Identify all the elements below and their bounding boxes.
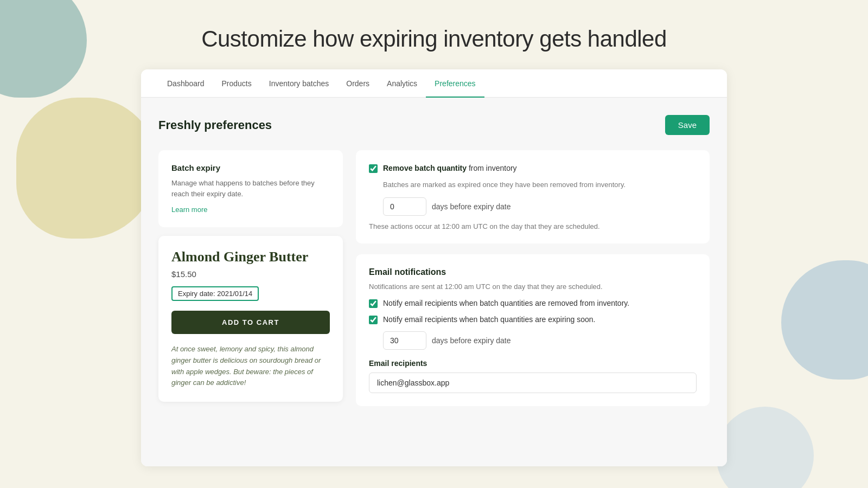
right-column: Remove batch quantity from inventory Bat… [356, 150, 710, 417]
save-button[interactable]: Save [665, 115, 710, 135]
remove-batch-days-label: days before expiry date [432, 202, 511, 211]
email-notifications-schedule-note: Notifications are sent at 12:00 am UTC o… [369, 282, 697, 291]
notify-expiring-days-label: days before expiry date [432, 336, 511, 345]
notify-expiring-checkbox-row: Notify email recipients when batch quant… [369, 314, 697, 325]
batch-expiry-info: Batch expiry Manage what happens to batc… [158, 150, 343, 227]
remove-batch-label-rest: from inventory [467, 164, 517, 172]
learn-more-link[interactable]: Learn more [171, 206, 207, 214]
remove-batch-card: Remove batch quantity from inventory Bat… [356, 150, 710, 243]
nav-tabs: Dashboard Products Inventory batches Ord… [141, 69, 727, 98]
remove-batch-label-bold: Remove batch quantity [383, 164, 467, 172]
main-card: Dashboard Products Inventory batches Ord… [141, 69, 727, 466]
decorative-blob-blue-bottom-right [716, 407, 814, 488]
product-name: Almond Ginger Butter [171, 249, 330, 265]
tab-analytics[interactable]: Analytics [378, 69, 426, 98]
notify-removed-checkbox-row: Notify email recipients when batch quant… [369, 298, 697, 309]
expiry-badge: Expiry date: 2021/01/14 [171, 286, 259, 301]
remove-batch-description: Batches are marked as expired once they … [383, 179, 697, 190]
email-recipients-input[interactable] [369, 373, 697, 393]
tab-preferences[interactable]: Preferences [426, 69, 484, 98]
tab-inventory-batches[interactable]: Inventory batches [260, 69, 338, 98]
notify-expiring-checkbox[interactable] [369, 316, 378, 324]
email-recipients-label: Email recipients [369, 359, 427, 368]
left-column: Batch expiry Manage what happens to batc… [158, 150, 343, 417]
batch-expiry-title: Batch expiry [171, 163, 330, 172]
notify-expiring-days-input[interactable] [383, 331, 426, 350]
remove-batch-days-input[interactable] [383, 197, 426, 216]
decorative-blob-blue-right [781, 260, 868, 380]
email-recipients-section: Email recipients [369, 358, 697, 393]
notify-removed-checkbox[interactable] [369, 299, 378, 308]
notify-expiring-label: Notify email recipients when batch quant… [383, 314, 595, 325]
notify-expiring-days-row: days before expiry date [383, 331, 697, 350]
remove-batch-checkbox-row: Remove batch quantity from inventory [369, 163, 697, 174]
batch-expiry-description: Manage what happens to batches before th… [171, 178, 330, 199]
email-notifications-title: Email notifications [369, 267, 697, 277]
remove-batch-label: Remove batch quantity from inventory [383, 163, 517, 174]
remove-batch-checkbox[interactable] [369, 164, 378, 173]
section-title: Freshly preferences [158, 118, 272, 132]
remove-batch-schedule-note: These actions occur at 12:00 am UTC on t… [369, 222, 697, 230]
product-card: Almond Ginger Butter $15.50 Expiry date:… [158, 236, 343, 402]
content-area: Freshly preferences Save Batch expiry Ma… [141, 98, 727, 466]
tab-products[interactable]: Products [213, 69, 260, 98]
two-col-layout: Batch expiry Manage what happens to batc… [158, 150, 710, 417]
page-title-section: Customize how expiring inventory gets ha… [0, 0, 868, 69]
tab-orders[interactable]: Orders [337, 69, 378, 98]
page-title: Customize how expiring inventory gets ha… [0, 26, 868, 52]
remove-batch-days-row: days before expiry date [383, 197, 697, 216]
header-row: Freshly preferences Save [158, 115, 710, 135]
add-to-cart-button[interactable]: ADD TO CART [171, 311, 330, 334]
tab-dashboard[interactable]: Dashboard [158, 69, 213, 98]
email-notifications-card: Email notifications Notifications are se… [356, 254, 710, 406]
product-price: $15.50 [171, 269, 330, 279]
product-description: At once sweet, lemony and spicy, this al… [171, 344, 330, 389]
decorative-blob-yellow [16, 98, 157, 239]
notify-removed-label: Notify email recipients when batch quant… [383, 298, 629, 309]
